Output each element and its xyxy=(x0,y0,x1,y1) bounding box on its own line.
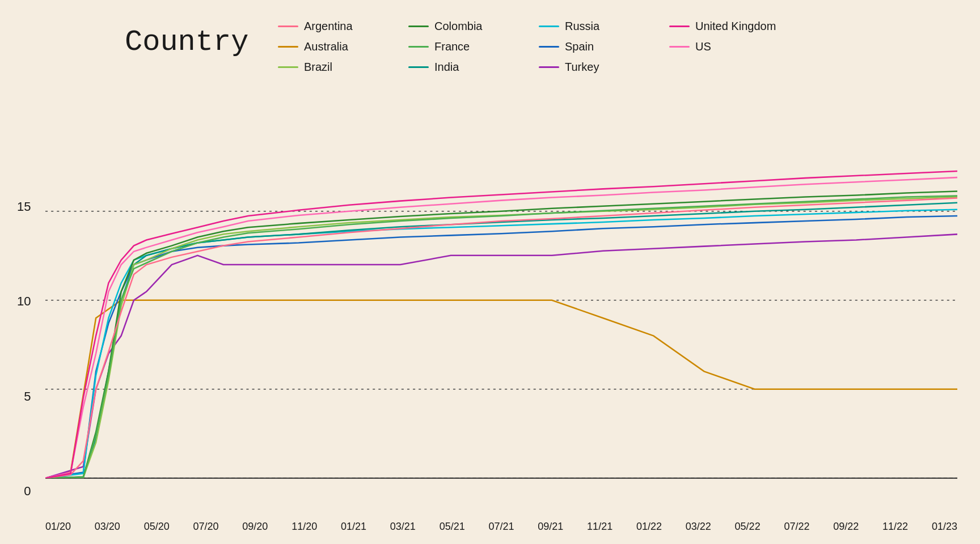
legend-line-us xyxy=(669,46,690,48)
line-australia xyxy=(45,300,957,478)
x-label-1120: 11/20 xyxy=(292,521,317,533)
legend-item-russia: Russia xyxy=(539,16,669,36)
legend-item-france: France xyxy=(408,36,539,57)
legend-item-spain: Spain xyxy=(539,36,669,57)
chart-svg xyxy=(45,119,957,499)
y-label-10: 10 xyxy=(17,294,31,309)
chart-legend: Argentina Colombia Russia United Kingdom… xyxy=(278,16,800,77)
x-label-0722: 07/22 xyxy=(784,521,809,533)
legend-label-argentina: Argentina xyxy=(304,20,353,33)
x-label-0121: 01/21 xyxy=(341,521,366,533)
legend-label-turkey: Turkey xyxy=(565,61,599,74)
y-axis-labels: 15 10 5 0 xyxy=(17,119,31,499)
legend-label-australia: Australia xyxy=(304,40,348,53)
line-france xyxy=(45,196,957,478)
legend-label-france: France xyxy=(434,40,470,53)
legend-item-brazil: Brazil xyxy=(278,57,408,77)
legend-line-uk xyxy=(669,26,690,27)
legend-label-us: US xyxy=(695,40,711,53)
x-label-0721: 07/21 xyxy=(488,521,514,533)
x-label-0922: 09/22 xyxy=(833,521,859,533)
y-label-5: 5 xyxy=(24,389,31,404)
legend-label-uk: United Kingdom xyxy=(695,20,776,33)
legend-line-argentina xyxy=(278,26,298,27)
chart-container: Country Argentina Colombia Russia United… xyxy=(0,0,980,544)
line-india xyxy=(45,203,957,478)
legend-label-colombia: Colombia xyxy=(434,20,482,33)
x-label-0322: 03/22 xyxy=(686,521,711,533)
y-label-15: 15 xyxy=(17,199,31,214)
x-label-0122: 01/22 xyxy=(636,521,662,533)
legend-line-france xyxy=(408,46,429,48)
x-label-0521: 05/21 xyxy=(440,521,465,533)
line-argentina xyxy=(45,198,957,478)
y-label-0: 0 xyxy=(24,484,31,499)
chart-title: Country xyxy=(125,26,248,59)
line-brazil xyxy=(45,197,957,478)
x-label-0321: 03/21 xyxy=(390,521,416,533)
legend-item-colombia: Colombia xyxy=(408,16,539,36)
x-label-0120: 01/20 xyxy=(45,521,71,533)
legend-item-australia: Australia xyxy=(278,36,408,57)
x-axis-labels: 01/20 03/20 05/20 07/20 09/20 11/20 01/2… xyxy=(45,521,957,533)
legend-line-turkey xyxy=(539,66,559,68)
legend-label-spain: Spain xyxy=(565,40,594,53)
legend-item-india: India xyxy=(408,57,539,77)
legend-item-turkey: Turkey xyxy=(539,57,669,77)
legend-label-brazil: Brazil xyxy=(304,61,332,74)
x-label-0123: 01/23 xyxy=(932,521,957,533)
x-label-0522: 05/22 xyxy=(735,521,761,533)
x-label-0720: 07/20 xyxy=(193,521,218,533)
x-label-1122: 11/22 xyxy=(882,521,908,533)
legend-line-colombia xyxy=(408,26,429,27)
legend-line-russia xyxy=(539,26,559,27)
line-turkey xyxy=(45,234,957,478)
legend-line-brazil xyxy=(278,66,298,68)
legend-item-argentina: Argentina xyxy=(278,16,408,36)
legend-item-us: US xyxy=(669,36,800,57)
legend-item-uk: United Kingdom xyxy=(669,16,800,36)
line-uk xyxy=(45,171,957,478)
x-label-0520: 05/20 xyxy=(144,521,170,533)
x-label-1121: 11/21 xyxy=(587,521,612,533)
legend-line-india xyxy=(408,66,429,68)
legend-label-india: India xyxy=(434,61,459,74)
x-label-0920: 09/20 xyxy=(242,521,268,533)
legend-line-spain xyxy=(539,46,559,48)
legend-line-australia xyxy=(278,46,298,48)
x-label-0320: 03/20 xyxy=(95,521,120,533)
x-label-0921: 09/21 xyxy=(538,521,563,533)
legend-label-russia: Russia xyxy=(565,20,599,33)
